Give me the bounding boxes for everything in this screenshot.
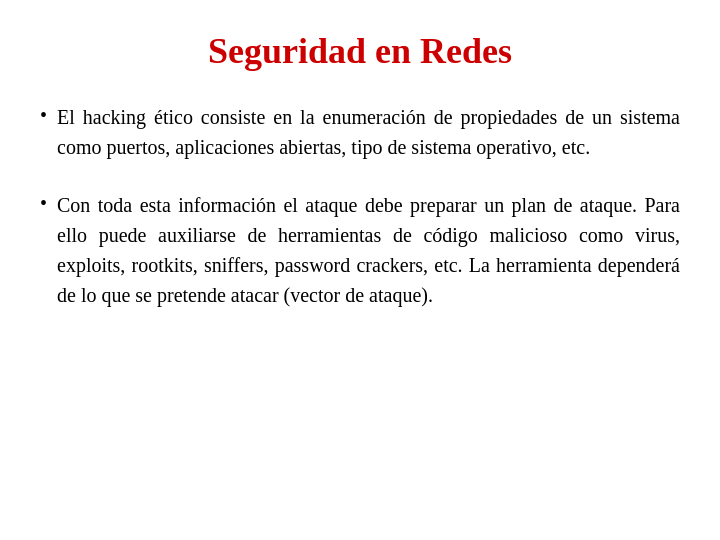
bullet-symbol-1: • bbox=[40, 104, 47, 127]
bullet-item-1: • El hacking ético consiste en la enumer… bbox=[40, 102, 680, 162]
bullet-text-1: El hacking ético consiste en la enumerac… bbox=[57, 102, 680, 162]
bullet-text-2: Con toda esta información el ataque debe… bbox=[57, 190, 680, 310]
page-title: Seguridad en Redes bbox=[208, 30, 512, 72]
bullet-symbol-2: • bbox=[40, 192, 47, 215]
content-area: • El hacking ético consiste en la enumer… bbox=[40, 102, 680, 338]
bullet-item-2: • Con toda esta información el ataque de… bbox=[40, 190, 680, 310]
